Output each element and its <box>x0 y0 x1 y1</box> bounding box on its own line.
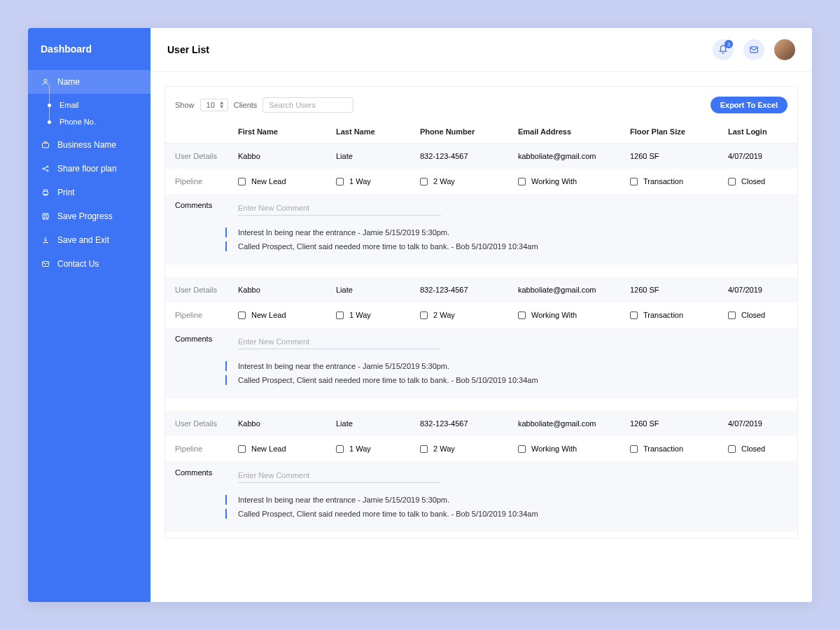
download-icon <box>41 236 50 244</box>
sidebar-item-business[interactable]: Business Name <box>28 133 150 157</box>
comment-input[interactable] <box>238 201 441 216</box>
pipeline-working-with[interactable]: Working With <box>518 177 630 186</box>
row-label-comments: Comments <box>175 335 238 359</box>
pipeline-transaction[interactable]: Transaction <box>630 444 728 453</box>
cell-first-name: Kabbo <box>238 286 336 294</box>
col-last-login: Last Login <box>728 127 798 136</box>
save-icon <box>41 212 50 220</box>
pipeline-1way[interactable]: 1 Way <box>336 177 420 186</box>
pipeline-2way[interactable]: 2 Way <box>420 444 518 453</box>
stepper-arrows-icon: ▲▼ <box>219 101 225 109</box>
checkbox-icon <box>630 178 638 186</box>
sidebar-item-save-exit[interactable]: Save and Exit <box>28 228 150 252</box>
row-label-comments: Comments <box>175 201 238 225</box>
sidebar-item-contact[interactable]: Contact Us <box>28 252 150 276</box>
sidebar-label: Name <box>57 77 80 87</box>
pipeline-row: Pipeline New Lead 1 Way 2 Way Working Wi… <box>165 302 797 328</box>
comment-item: Interest In being near the entrance - Ja… <box>238 359 788 373</box>
pipeline-2way[interactable]: 2 Way <box>420 311 518 319</box>
pipeline-new-lead[interactable]: New Lead <box>238 311 336 319</box>
sidebar-label: Contact Us <box>57 259 99 269</box>
comments-area: Comments Interest In being near the entr… <box>165 194 797 265</box>
export-button[interactable]: Export To Excel <box>710 97 788 113</box>
page-size-value: 10 <box>206 101 215 109</box>
sidebar-sub-phone[interactable]: Phone No. <box>48 113 150 130</box>
notifications-button[interactable]: 3 <box>713 39 734 60</box>
cell-login: 4/07/2019 <box>728 286 798 294</box>
pipeline-working-with[interactable]: Working With <box>518 311 630 319</box>
cell-email: kabboliate@gmail.com <box>518 152 630 160</box>
page-title: User List <box>167 44 209 55</box>
sidebar-item-save-progress[interactable]: Save Progress <box>28 204 150 228</box>
pipeline-2way[interactable]: 2 Way <box>420 177 518 186</box>
pipeline-new-lead[interactable]: New Lead <box>238 444 336 453</box>
col-floor-plan: Floor Plan Size <box>630 127 728 136</box>
pipeline-closed[interactable]: Closed <box>728 444 798 453</box>
comment-input[interactable] <box>238 468 441 483</box>
checkbox-icon <box>630 312 638 319</box>
comment-item: Called Prospect, Client said needed more… <box>238 507 788 521</box>
pipeline-1way[interactable]: 1 Way <box>336 311 420 319</box>
checkbox-icon <box>420 445 428 453</box>
row-label-pipeline: Pipeline <box>175 311 238 319</box>
checkbox-icon <box>728 178 736 186</box>
comment-item: Called Prospect, Client said needed more… <box>238 239 788 253</box>
envelope-icon <box>749 45 759 55</box>
col-last-name: Last Name <box>336 127 420 136</box>
pipeline-row: Pipeline New Lead 1 Way 2 Way Working Wi… <box>165 436 797 461</box>
pipeline-transaction[interactable]: Transaction <box>630 311 728 319</box>
user-block: User Details Kabbo Liate 832-123-4567 ka… <box>165 144 797 270</box>
comment-item: Interest In being near the entrance - Ja… <box>238 225 788 239</box>
user-block: User Details Kabbo Liate 832-123-4567 ka… <box>165 277 797 404</box>
col-first-name: First Name <box>238 127 336 136</box>
pipeline-closed[interactable]: Closed <box>728 177 798 186</box>
cell-size: 1260 SF <box>630 286 728 294</box>
sidebar-sub-email[interactable]: Email <box>48 97 150 113</box>
print-icon <box>41 188 50 197</box>
checkbox-icon <box>518 178 526 186</box>
checkbox-icon <box>630 445 638 453</box>
checkbox-icon <box>238 178 246 186</box>
comments-area: Comments Interest In being near the entr… <box>165 328 797 398</box>
briefcase-icon <box>41 141 50 149</box>
cell-first-name: Kabbo <box>238 152 336 160</box>
col-email: Email Address <box>518 127 630 136</box>
avatar[interactable] <box>774 39 795 60</box>
notif-badge: 3 <box>724 40 733 48</box>
checkbox-icon <box>336 178 344 186</box>
messages-button[interactable] <box>743 39 764 60</box>
cell-email: kabboliate@gmail.com <box>518 419 630 428</box>
comment-input[interactable] <box>238 335 441 349</box>
row-label-details: User Details <box>175 286 238 294</box>
user-details-row: User Details Kabbo Liate 832-123-4567 ka… <box>165 277 797 302</box>
pipeline-working-with[interactable]: Working With <box>518 444 630 453</box>
pipeline-transaction[interactable]: Transaction <box>630 177 728 186</box>
sidebar-label: Save Progress <box>57 211 113 221</box>
cell-last-name: Liate <box>336 286 420 294</box>
clients-label: Clients <box>234 101 258 109</box>
row-label-pipeline: Pipeline <box>175 444 238 453</box>
sidebar-item-name[interactable]: Name <box>28 70 150 94</box>
cell-first-name: Kabbo <box>238 419 336 428</box>
pipeline-closed[interactable]: Closed <box>728 311 798 319</box>
checkbox-icon <box>420 312 428 319</box>
table-header: First Name Last Name Phone Number Email … <box>165 120 797 144</box>
comment-item: Interest In being near the entrance - Ja… <box>238 493 788 507</box>
pipeline-new-lead[interactable]: New Lead <box>238 177 336 186</box>
cell-phone: 832-123-4567 <box>420 286 518 294</box>
pipeline-1way[interactable]: 1 Way <box>336 444 420 453</box>
svg-rect-6 <box>43 214 48 219</box>
svg-point-4 <box>47 170 48 172</box>
row-label-details: User Details <box>175 419 238 428</box>
sidebar-item-share[interactable]: Share floor plan <box>28 157 150 181</box>
cell-last-name: Liate <box>336 152 420 160</box>
row-label-pipeline: Pipeline <box>175 177 238 186</box>
page-size-select[interactable]: 10 ▲▼ <box>200 99 228 111</box>
cell-size: 1260 SF <box>630 419 728 428</box>
sidebar-item-print[interactable]: Print <box>28 181 150 204</box>
checkbox-icon <box>518 445 526 453</box>
left-controls: Show 10 ▲▼ Clients <box>175 97 354 113</box>
svg-point-2 <box>43 168 44 169</box>
search-input[interactable] <box>262 97 354 113</box>
user-list-card: Show 10 ▲▼ Clients Export To Excel First… <box>164 86 798 538</box>
